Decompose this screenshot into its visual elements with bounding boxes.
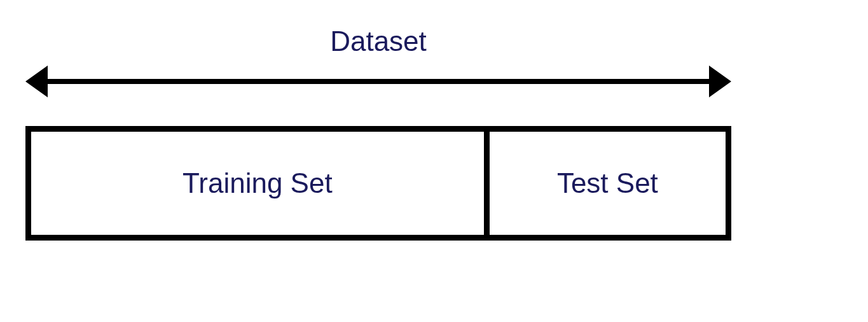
diagram-title: Dataset: [25, 25, 731, 57]
training-set-label: Training Set: [183, 167, 333, 199]
dataset-split-diagram: Dataset Training Set Test Set: [25, 25, 731, 241]
test-set-label: Test Set: [557, 167, 658, 199]
arrow-line: [38, 79, 719, 84]
double-arrow: [25, 62, 731, 101]
split-boxes: Training Set Test Set: [25, 126, 731, 241]
training-set-box: Training Set: [31, 132, 490, 235]
test-set-box: Test Set: [490, 132, 726, 235]
arrow-head-right-icon: [709, 66, 731, 97]
